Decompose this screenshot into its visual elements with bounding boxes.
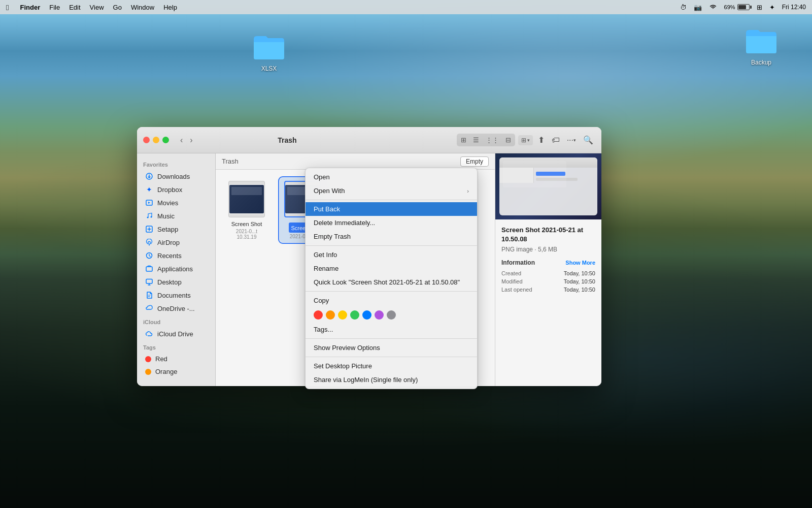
wifi-icon[interactable] [709, 4, 717, 11]
tag-blue-circle[interactable] [362, 310, 371, 320]
menubar:  Finder File Edit View Go Window Help ⏱… [0, 0, 812, 14]
menu-set-desktop-picture[interactable]: Set Desktop Picture [306, 359, 477, 373]
menu-get-info[interactable]: Get Info [306, 248, 477, 262]
setapp-icon [145, 225, 153, 233]
tag-yellow-circle[interactable] [338, 310, 347, 320]
breadcrumb-trash: Trash [222, 157, 239, 165]
help-menu[interactable]: Help [163, 4, 177, 11]
modified-val: Today, 10:50 [564, 278, 595, 284]
preview-panel: Screen Shot 2021-05-21 at 10.50.08 PNG i… [495, 153, 601, 386]
tag-button[interactable]: 🏷 [550, 134, 562, 147]
menu-open-with[interactable]: Open With › [306, 184, 477, 198]
sidebar-dropbox-label: Dropbox [157, 186, 182, 194]
sidebar-item-airdrop[interactable]: AirDrop [139, 236, 213, 249]
maximize-button[interactable] [162, 137, 169, 143]
preview-image-container [495, 153, 601, 219]
gallery-view-btn[interactable]: ⊟ [502, 135, 514, 145]
thumbnail-sim-1 [229, 184, 264, 214]
screenshot-icon[interactable]: 📷 [694, 4, 702, 11]
menu-open[interactable]: Open [306, 170, 477, 184]
icon-view-btn[interactable]: ⊞ [458, 135, 469, 145]
minimize-button[interactable] [153, 137, 159, 143]
sidebar-item-tag-orange[interactable]: Orange [139, 365, 213, 378]
xlsx-folder-icon[interactable]: XLSX [249, 30, 289, 72]
more-actions-btn[interactable]: ··· ▾ [565, 134, 578, 147]
sidebar-item-icloud-drive[interactable]: iCloud Drive [139, 327, 213, 340]
tag-green-circle[interactable] [350, 310, 359, 320]
created-val: Today, 10:50 [564, 270, 595, 276]
last-opened-key: Last opened [501, 287, 532, 293]
sidebar-recents-label: Recents [157, 252, 182, 260]
go-menu[interactable]: Go [113, 4, 122, 11]
open-with-arrow: › [467, 188, 469, 194]
forward-button[interactable]: › [187, 134, 195, 147]
empty-trash-button[interactable]: Empty [460, 156, 489, 167]
sidebar-setapp-label: Setapp [157, 226, 178, 233]
tags-label: Tags [137, 340, 215, 353]
separator-1 [306, 200, 477, 200]
back-button[interactable]: ‹ [177, 134, 186, 147]
sidebar-item-tag-red[interactable]: Red [139, 353, 213, 365]
file-date-1: 2021-0...t 10.31.19 [227, 229, 266, 240]
preview-info-section: Information Show More [501, 259, 595, 266]
column-view-btn[interactable]: ⋮⋮ [483, 135, 502, 145]
file-menu[interactable]: File [49, 4, 60, 11]
menu-share-logmein[interactable]: Share via LogMeIn (Single file only) [306, 373, 477, 387]
tag-gray-circle[interactable] [387, 310, 396, 320]
svg-marker-2 [148, 202, 150, 204]
share-button[interactable]: ⬆ [536, 133, 547, 147]
edit-menu[interactable]: Edit [69, 4, 80, 11]
battery-indicator[interactable]: 69% [724, 4, 750, 10]
downloads-icon [145, 172, 153, 180]
timer-icon[interactable]: ⏱ [680, 4, 687, 11]
apple-menu[interactable]:  [6, 3, 9, 12]
sidebar-item-movies[interactable]: Movies [139, 196, 213, 209]
close-button[interactable] [143, 137, 150, 143]
list-view-btn[interactable]: ☰ [470, 135, 482, 145]
sidebar-item-documents[interactable]: Documents [139, 289, 213, 302]
menu-copy[interactable]: Copy [306, 294, 477, 307]
information-label: Information [501, 259, 535, 266]
show-more-link[interactable]: Show More [565, 260, 595, 266]
sidebar-item-dropbox[interactable]: ✦ Dropbox [139, 183, 213, 196]
created-key: Created [501, 270, 521, 276]
context-menu: Open Open With › Put Back Delete Immedia… [305, 168, 478, 389]
menu-rename[interactable]: Rename [306, 262, 477, 275]
view-menu[interactable]: View [90, 4, 104, 11]
xlsx-folder-img [253, 30, 285, 63]
menu-put-back[interactable]: Put Back [306, 202, 477, 216]
file-item-screenshot1[interactable]: Screen Shot 2021-0...t 10.31.19 [224, 178, 269, 243]
sidebar-airdrop-label: AirDrop [157, 239, 180, 246]
menu-show-preview-options[interactable]: Show Preview Options [306, 341, 477, 355]
music-icon [145, 212, 153, 220]
titlebar: ‹ › Trash ⊞ ☰ ⋮⋮ ⊟ ⊞ ▾ ⬆ 🏷 ··· ▾ 🔍 [137, 127, 601, 153]
control-center-icon[interactable]: ⊞ [757, 4, 762, 11]
red-tag-dot [145, 356, 151, 362]
applications-icon [145, 265, 153, 273]
backup-folder-icon[interactable]: Backup [741, 24, 782, 66]
window-menu[interactable]: Window [131, 4, 154, 11]
tag-red-circle[interactable] [314, 310, 323, 320]
sidebar-onedrive-label: OneDrive -... [157, 305, 195, 312]
svg-rect-9 [146, 279, 152, 284]
tag-purple-circle[interactable] [375, 310, 384, 320]
menu-quick-look[interactable]: Quick Look "Screen Shot 2021-05-21 at 10… [306, 275, 477, 289]
dropbox-icon[interactable]: ✦ [769, 4, 775, 11]
sidebar-item-setapp[interactable]: Setapp [139, 223, 213, 236]
tag-orange-circle[interactable] [326, 310, 335, 320]
sidebar-item-desktop[interactable]: Desktop [139, 275, 213, 289]
sidebar-item-recents[interactable]: Recents [139, 249, 213, 262]
finder-menu[interactable]: Finder [20, 4, 40, 11]
modified-key: Modified [501, 278, 523, 284]
menu-empty-trash[interactable]: Empty Trash [306, 230, 477, 243]
menu-tags[interactable]: Tags... [306, 323, 477, 336]
airdrop-icon [145, 238, 153, 246]
sidebar-item-downloads[interactable]: Downloads [139, 170, 213, 183]
search-button[interactable]: 🔍 [581, 133, 595, 147]
view-options-btn[interactable]: ⊞ ▾ [518, 135, 533, 145]
documents-icon [145, 291, 153, 299]
menu-delete-immediately[interactable]: Delete Immediately... [306, 216, 477, 230]
sidebar-item-onedrive[interactable]: OneDrive -... [139, 302, 213, 315]
sidebar-item-music[interactable]: Music [139, 209, 213, 223]
sidebar-item-applications[interactable]: Applications [139, 262, 213, 275]
